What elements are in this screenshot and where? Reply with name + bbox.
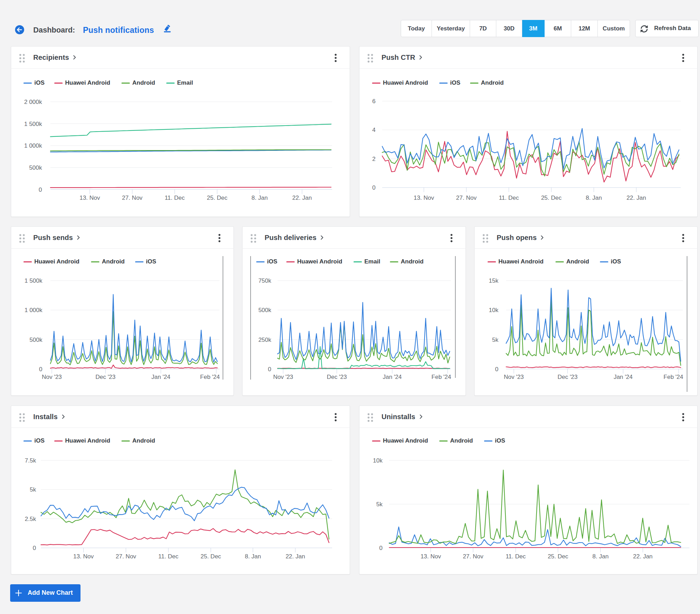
svg-text:8. Jan: 8. Jan — [593, 553, 609, 560]
svg-text:Dec '23: Dec '23 — [558, 374, 578, 380]
svg-text:0: 0 — [268, 366, 271, 373]
svg-text:13. Nov: 13. Nov — [79, 195, 100, 201]
svg-text:11. Dec: 11. Dec — [506, 553, 526, 560]
svg-text:22. Jan: 22. Jan — [633, 553, 653, 560]
svg-text:0: 0 — [39, 366, 42, 373]
svg-text:500k: 500k — [29, 164, 42, 171]
svg-text:27. Nov: 27. Nov — [116, 553, 136, 560]
svg-text:5k: 5k — [492, 337, 498, 343]
svg-text:11. Dec: 11. Dec — [164, 195, 185, 201]
svg-text:0: 0 — [495, 366, 498, 373]
svg-text:10k: 10k — [489, 307, 499, 313]
svg-text:25. Dec: 25. Dec — [207, 195, 227, 201]
svg-text:2.5k: 2.5k — [25, 516, 36, 522]
svg-text:27. Nov: 27. Nov — [122, 195, 143, 201]
svg-text:11. Dec: 11. Dec — [158, 553, 178, 560]
svg-text:4: 4 — [372, 127, 376, 133]
svg-text:0: 0 — [39, 186, 42, 193]
svg-text:1 000k: 1 000k — [24, 307, 43, 313]
svg-text:7.5k: 7.5k — [25, 457, 36, 464]
svg-text:11. Dec: 11. Dec — [499, 195, 519, 201]
svg-text:22. Jan: 22. Jan — [626, 195, 646, 201]
svg-text:13. Nov: 13. Nov — [73, 553, 94, 560]
svg-text:25. Dec: 25. Dec — [548, 553, 568, 560]
svg-text:13. Nov: 13. Nov — [414, 195, 434, 201]
svg-text:500k: 500k — [258, 307, 271, 313]
svg-text:8. Jan: 8. Jan — [245, 553, 261, 560]
svg-text:8. Jan: 8. Jan — [252, 195, 268, 201]
svg-text:500k: 500k — [29, 337, 42, 343]
svg-text:250k: 250k — [258, 337, 271, 343]
svg-text:25. Dec: 25. Dec — [201, 553, 221, 560]
svg-text:0: 0 — [33, 545, 36, 551]
svg-text:2 000k: 2 000k — [24, 99, 42, 105]
svg-text:Jan '24: Jan '24 — [614, 374, 632, 380]
svg-text:5k: 5k — [30, 486, 36, 493]
svg-text:Nov '23: Nov '23 — [504, 374, 524, 380]
svg-text:27. Nov: 27. Nov — [456, 195, 477, 201]
svg-text:Jan '24: Jan '24 — [383, 374, 401, 380]
svg-text:1 000k: 1 000k — [24, 142, 42, 149]
svg-text:Jan '24: Jan '24 — [151, 374, 170, 380]
svg-text:750k: 750k — [258, 277, 271, 284]
svg-text:Nov '23: Nov '23 — [42, 374, 62, 380]
svg-text:0: 0 — [372, 184, 376, 191]
svg-text:1 500k: 1 500k — [24, 121, 42, 127]
svg-text:13. Nov: 13. Nov — [420, 553, 441, 560]
svg-text:Feb '24: Feb '24 — [432, 374, 451, 380]
svg-text:25. Dec: 25. Dec — [541, 195, 562, 201]
svg-text:15k: 15k — [489, 277, 499, 284]
svg-text:8. Jan: 8. Jan — [586, 195, 602, 201]
svg-text:Dec '23: Dec '23 — [96, 374, 115, 380]
svg-text:Feb '24: Feb '24 — [664, 374, 683, 380]
svg-text:Feb '24: Feb '24 — [200, 374, 220, 380]
svg-text:Nov '23: Nov '23 — [273, 374, 293, 380]
svg-text:6: 6 — [372, 98, 376, 105]
svg-text:2: 2 — [372, 156, 376, 162]
svg-text:1 500k: 1 500k — [24, 277, 43, 284]
svg-text:27. Nov: 27. Nov — [463, 553, 483, 560]
svg-text:22. Jan: 22. Jan — [292, 195, 312, 201]
svg-text:22. Jan: 22. Jan — [286, 553, 305, 560]
svg-text:0: 0 — [379, 545, 383, 551]
svg-text:Dec '23: Dec '23 — [327, 374, 347, 380]
svg-text:10k: 10k — [373, 457, 383, 464]
svg-text:5k: 5k — [376, 501, 383, 508]
